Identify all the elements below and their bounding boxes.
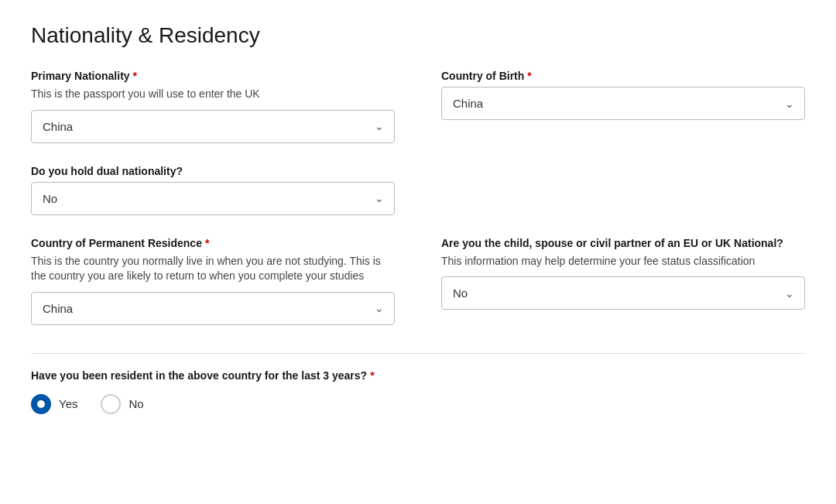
country-permanent-residence-section: Country of Permanent Residence * This is… [31, 237, 395, 325]
resident-radio-group: Yes No [31, 394, 805, 414]
resident-yes-label: Yes [59, 397, 77, 410]
dual-nationality-section: Do you hold dual nationality? No ⌄ [31, 165, 395, 215]
country-permanent-residence-hint: This is the country you normally live in… [31, 254, 395, 284]
dual-nationality-select[interactable]: No [31, 182, 395, 215]
eu-uk-partner-label: Are you the child, spouse or civil partn… [441, 237, 805, 249]
country-of-birth-label: Country of Birth * [441, 70, 805, 82]
page-title: Nationality & Residency [31, 23, 805, 48]
country-of-birth-select-wrapper: China ⌄ [441, 87, 805, 120]
required-star-resident: * [370, 369, 374, 382]
eu-uk-partner-select-wrapper: No ⌄ [441, 276, 805, 310]
required-star-birth: * [527, 70, 531, 82]
resident-yes-option[interactable]: Yes [31, 394, 77, 414]
required-star: * [133, 70, 137, 82]
primary-nationality-label: Primary Nationality * [31, 70, 395, 82]
resident-no-option[interactable]: No [101, 394, 143, 414]
eu-uk-partner-section: Are you the child, spouse or civil partn… [441, 237, 805, 325]
country-permanent-residence-select[interactable]: China [31, 292, 395, 325]
country-of-birth-section: Country of Birth * China ⌄ [441, 70, 805, 143]
dual-nationality-label: Do you hold dual nationality? [31, 165, 395, 177]
required-star-residence: * [205, 237, 209, 249]
eu-uk-partner-select[interactable]: No [441, 276, 805, 310]
resident-yes-radio[interactable] [31, 394, 51, 414]
primary-nationality-section: Primary Nationality * This is the passpo… [31, 70, 395, 143]
eu-uk-partner-hint: This information may help determine your… [441, 254, 805, 269]
dual-nationality-select-wrapper: No ⌄ [31, 182, 395, 215]
primary-nationality-select[interactable]: China [31, 110, 395, 143]
primary-nationality-hint: This is the passport you will use to ent… [31, 87, 395, 102]
country-of-birth-select[interactable]: China [441, 87, 805, 120]
resident-3-years-label: Have you been resident in the above coun… [31, 369, 805, 382]
country-permanent-residence-label: Country of Permanent Residence * [31, 237, 395, 249]
primary-nationality-select-wrapper: China ⌄ [31, 110, 395, 143]
resident-no-radio[interactable] [101, 394, 121, 414]
resident-3-years-section: Have you been resident in the above coun… [31, 353, 805, 414]
resident-no-label: No [128, 397, 143, 410]
country-permanent-residence-select-wrapper: China ⌄ [31, 292, 395, 325]
empty-column [441, 165, 805, 215]
